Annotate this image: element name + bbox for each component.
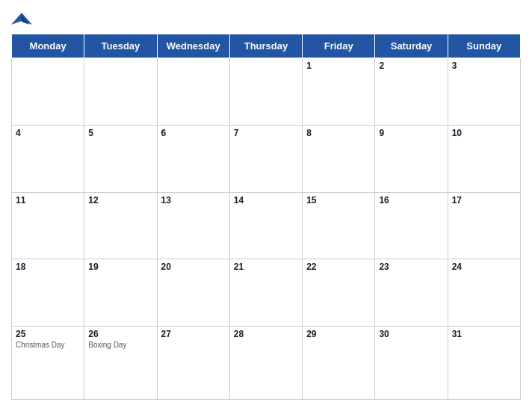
day-number: 27 — [161, 329, 226, 339]
day-cell: 20 — [157, 259, 229, 327]
day-cell: 26Boxing Day — [84, 327, 157, 400]
calendar-table: MondayTuesdayWednesdayThursdayFridaySatu… — [11, 34, 521, 400]
day-number: 1 — [306, 61, 371, 71]
day-cell: 9 — [375, 125, 448, 192]
day-number: 8 — [306, 128, 371, 138]
week-row-1: 123 — [12, 58, 521, 126]
day-number: 26 — [88, 329, 152, 339]
weekday-header-monday: Monday — [12, 34, 84, 58]
day-cell: 11 — [12, 192, 84, 259]
weekday-header-sunday: Sunday — [448, 34, 520, 58]
week-row-4: 18192021222324 — [12, 259, 521, 327]
day-cell: 14 — [229, 192, 302, 259]
day-cell: 31 — [448, 327, 520, 400]
day-cell: 22 — [303, 259, 375, 327]
weekday-header-thursday: Thursday — [229, 34, 302, 58]
day-cell: 1 — [303, 58, 375, 126]
day-number: 24 — [452, 262, 516, 272]
day-number: 10 — [452, 128, 516, 138]
logo — [11, 11, 35, 28]
day-cell: 15 — [303, 192, 375, 259]
day-cell: 25Christmas Day — [12, 327, 84, 400]
week-row-5: 25Christmas Day26Boxing Day2728293031 — [12, 327, 521, 400]
day-cell: 21 — [229, 259, 302, 327]
day-cell: 7 — [229, 125, 302, 192]
day-number: 29 — [306, 329, 371, 339]
day-number: 7 — [234, 128, 298, 138]
day-number: 30 — [379, 329, 443, 339]
day-number: 21 — [234, 262, 298, 272]
day-cell: 8 — [303, 125, 375, 192]
day-event: Boxing Day — [88, 341, 152, 349]
day-number: 28 — [234, 329, 298, 339]
logo-bird-icon — [11, 11, 32, 28]
weekday-header-saturday: Saturday — [375, 34, 448, 58]
day-cell: 18 — [12, 259, 84, 327]
day-cell — [12, 58, 84, 126]
day-number: 12 — [88, 195, 152, 206]
day-number: 14 — [234, 195, 298, 206]
day-cell — [229, 58, 302, 126]
day-cell: 30 — [375, 327, 448, 400]
day-cell: 19 — [84, 259, 157, 327]
day-cell: 10 — [448, 125, 520, 192]
day-number: 19 — [88, 262, 152, 272]
day-number: 18 — [16, 262, 80, 272]
day-cell: 27 — [157, 327, 229, 400]
day-cell: 16 — [375, 192, 448, 259]
week-row-3: 11121314151617 — [12, 192, 521, 259]
day-number: 22 — [306, 262, 371, 272]
day-number: 5 — [88, 128, 152, 138]
day-number: 13 — [161, 195, 226, 206]
day-cell: 13 — [157, 192, 229, 259]
day-cell: 28 — [229, 327, 302, 400]
day-cell — [157, 58, 229, 126]
day-number: 15 — [306, 195, 371, 206]
weekday-header-row: MondayTuesdayWednesdayThursdayFridaySatu… — [12, 34, 521, 58]
day-cell: 2 — [375, 58, 448, 126]
weekday-header-tuesday: Tuesday — [84, 34, 157, 58]
day-cell: 5 — [84, 125, 157, 192]
day-cell: 23 — [375, 259, 448, 327]
day-number: 16 — [379, 195, 443, 206]
day-number: 11 — [16, 195, 80, 206]
day-number: 23 — [379, 262, 443, 272]
day-cell: 3 — [448, 58, 520, 126]
day-cell: 4 — [12, 125, 84, 192]
calendar-header — [11, 7, 521, 34]
day-cell: 17 — [448, 192, 520, 259]
day-number: 20 — [161, 262, 226, 272]
day-number: 3 — [452, 61, 516, 71]
day-event: Christmas Day — [16, 341, 80, 349]
day-cell: 6 — [157, 125, 229, 192]
day-number: 6 — [161, 128, 226, 138]
day-cell: 29 — [303, 327, 375, 400]
day-number: 4 — [16, 128, 80, 138]
weekday-header-friday: Friday — [303, 34, 375, 58]
day-cell: 12 — [84, 192, 157, 259]
day-cell — [84, 58, 157, 126]
day-number: 17 — [452, 195, 516, 206]
day-number: 25 — [16, 329, 80, 339]
day-cell: 24 — [448, 259, 520, 327]
weekday-header-wednesday: Wednesday — [157, 34, 229, 58]
day-number: 9 — [379, 128, 443, 138]
day-number: 2 — [379, 61, 443, 71]
week-row-2: 45678910 — [12, 125, 521, 192]
day-number: 31 — [452, 329, 516, 339]
